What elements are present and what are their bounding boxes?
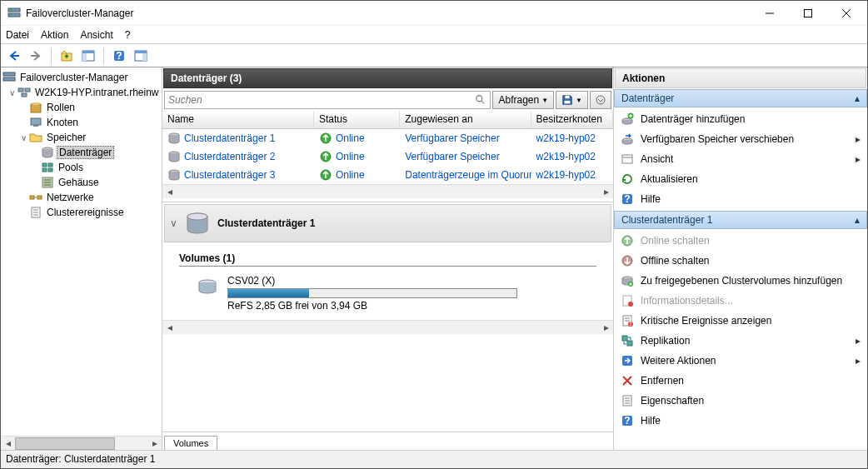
- action-help[interactable]: ?Hilfe: [614, 411, 867, 431]
- svg-rect-45: [565, 96, 569, 99]
- tree-enclosures[interactable]: Gehäuse: [1, 175, 162, 190]
- close-button[interactable]: [827, 1, 866, 26]
- help-icon: ?: [621, 192, 634, 206]
- collapse-icon[interactable]: ∨: [6, 88, 17, 97]
- info-icon: [621, 294, 634, 307]
- query-button[interactable]: Abfragen▼: [492, 91, 554, 109]
- action-props[interactable]: Eigenschaften: [614, 391, 867, 411]
- svg-rect-28: [48, 163, 52, 167]
- svg-rect-22: [31, 104, 41, 112]
- detail-title: Clusterdatenträger 1: [217, 217, 315, 229]
- expand-button[interactable]: [590, 91, 611, 109]
- action-view[interactable]: Ansicht▸: [614, 149, 867, 169]
- col-owner[interactable]: Besitzerknoten: [531, 111, 613, 128]
- svg-rect-30: [48, 168, 52, 172]
- tree-networks[interactable]: Netzwerke: [1, 190, 162, 205]
- actions-section-disks[interactable]: Datenträger▴: [614, 89, 867, 107]
- save-button[interactable]: ▼: [556, 91, 588, 109]
- action-refresh[interactable]: Aktualisieren: [614, 169, 867, 189]
- collapse-icon[interactable]: ∨: [17, 133, 29, 142]
- folder-icon: [29, 131, 42, 144]
- action-help[interactable]: ?Hilfe: [614, 189, 867, 209]
- action-events[interactable]: !Kritische Ereignisse anzeigen: [614, 311, 867, 331]
- center-pane: Datenträger (3) Abfragen▼ ▼ Name Status …: [162, 67, 614, 450]
- minimize-button[interactable]: [751, 1, 789, 26]
- nodes-icon: [29, 116, 42, 129]
- back-button[interactable]: [4, 46, 24, 66]
- volume-name: CSV02 (X): [227, 275, 517, 287]
- col-name[interactable]: Name: [162, 111, 314, 128]
- col-status[interactable]: Status: [314, 111, 400, 128]
- detail-pane: ∨ Clusterdatenträger 1 Volumes (1) CSV02…: [162, 202, 613, 450]
- menu-help[interactable]: ?: [125, 29, 131, 41]
- table-row[interactable]: Clusterdatenträger 3OnlineDatenträgerzeu…: [162, 166, 613, 184]
- grid-hscroll[interactable]: ◂▸: [162, 184, 613, 198]
- save-icon: [561, 94, 573, 106]
- help-button[interactable]: ?: [109, 46, 129, 66]
- collapse-icon: ▴: [855, 92, 860, 104]
- enclosure-icon: [41, 176, 54, 189]
- svg-rect-15: [135, 51, 147, 53]
- action-move[interactable]: Verfügbaren Speicher verschieben▸: [614, 129, 867, 149]
- detail-hscroll[interactable]: ◂▸: [162, 320, 613, 334]
- roles-icon: [29, 101, 42, 114]
- svg-rect-17: [3, 72, 15, 76]
- props-icon: [621, 394, 634, 407]
- svg-rect-35: [30, 196, 34, 199]
- tree-pools[interactable]: Pools: [1, 160, 162, 175]
- tree-root[interactable]: Failovercluster-Manager: [1, 70, 162, 85]
- tree-cluster[interactable]: ∨W2K19-HYP.intranet.rheinw: [1, 85, 162, 100]
- svg-rect-27: [42, 163, 47, 167]
- svg-rect-32: [44, 179, 51, 181]
- forward-button[interactable]: [26, 46, 46, 66]
- tree-hscroll[interactable]: ◂▸: [1, 436, 162, 450]
- csv-icon: [621, 274, 634, 287]
- chevron-right-icon: ▸: [856, 133, 861, 145]
- menu-file[interactable]: Datei: [6, 29, 29, 41]
- table-row[interactable]: Clusterdatenträger 2OnlineVerfügbarer Sp…: [162, 147, 613, 166]
- volume-info: ReFS 2,85 GB frei von 3,94 GB: [227, 300, 517, 312]
- action-more[interactable]: Weitere Aktionen▸: [614, 351, 867, 371]
- tree-disks[interactable]: Datenträger: [1, 145, 162, 160]
- action-add-disk[interactable]: Datenträger hinzufügen: [614, 109, 867, 129]
- table-row[interactable]: Clusterdatenträger 1OnlineVerfügbarer Sp…: [162, 129, 613, 147]
- titlebar: Failovercluster-Manager: [1, 1, 867, 26]
- grid-header: Name Status Zugewiesen an Besitzerknoten: [162, 111, 613, 129]
- action-offline[interactable]: Offline schalten: [614, 251, 867, 271]
- svg-rect-74: [622, 336, 627, 341]
- show-hide-tree-button[interactable]: [78, 46, 98, 66]
- up-button[interactable]: [57, 46, 77, 66]
- collapse-detail-icon[interactable]: ∨: [170, 217, 177, 229]
- action-replication[interactable]: Replikation▸: [614, 331, 867, 351]
- svg-rect-18: [3, 77, 15, 81]
- tree-nodes[interactable]: Knoten: [1, 115, 162, 130]
- tree-roles[interactable]: Rollen: [1, 100, 162, 115]
- tree-storage[interactable]: ∨Speicher: [1, 130, 162, 145]
- replication-icon: [621, 334, 634, 347]
- search-icon: [475, 94, 486, 106]
- col-assigned[interactable]: Zugewiesen an: [400, 111, 531, 128]
- tree[interactable]: Failovercluster-Manager ∨W2K19-HYP.intra…: [1, 70, 162, 436]
- network-icon: [29, 191, 42, 204]
- search-input-wrap[interactable]: [164, 91, 491, 109]
- tab-volumes[interactable]: Volumes: [164, 436, 217, 450]
- menu-view[interactable]: Ansicht: [80, 29, 112, 41]
- svg-rect-23: [32, 102, 39, 105]
- search-input[interactable]: [168, 94, 475, 106]
- remove-icon: [621, 374, 634, 387]
- svg-text:!: !: [629, 317, 631, 327]
- maximize-button[interactable]: [789, 1, 827, 26]
- view-button[interactable]: [131, 46, 151, 66]
- action-csv[interactable]: Zu freigegebenen Clustervolumes hinzufüg…: [614, 271, 867, 291]
- actions-section-disk1[interactable]: Clusterdatenträger 1▴: [614, 211, 867, 229]
- chevron-right-icon: ▸: [856, 153, 861, 165]
- svg-rect-34: [44, 184, 51, 186]
- menubar: Datei Aktion Ansicht ?: [1, 26, 867, 44]
- action-remove[interactable]: Entfernen: [614, 371, 867, 391]
- tree-events[interactable]: Clusterereignisse: [1, 205, 162, 220]
- volume-item[interactable]: CSV02 (X) ReFS 2,85 GB frei von 3,94 GB: [196, 275, 596, 312]
- volume-usage-bar: [227, 288, 517, 298]
- svg-rect-25: [33, 125, 38, 127]
- menu-action[interactable]: Aktion: [41, 29, 68, 41]
- svg-text:?: ?: [624, 415, 630, 427]
